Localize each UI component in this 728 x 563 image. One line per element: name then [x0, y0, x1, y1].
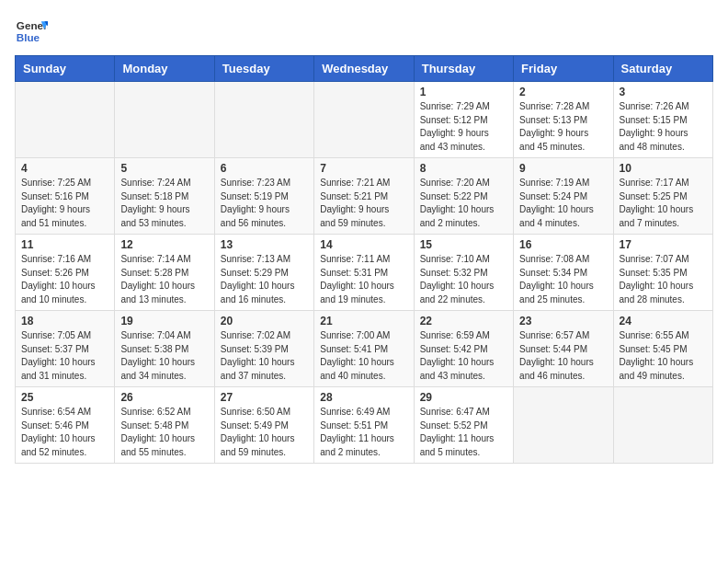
calendar-cell: 16Sunrise: 7:08 AM Sunset: 5:34 PM Dayli… [514, 235, 613, 311]
calendar-week-row: 25Sunrise: 6:54 AM Sunset: 5:46 PM Dayli… [16, 387, 713, 464]
day-number: 2 [519, 86, 607, 98]
calendar-cell [214, 82, 313, 158]
calendar-cell: 22Sunrise: 6:59 AM Sunset: 5:42 PM Dayli… [414, 311, 513, 387]
day-number: 4 [21, 162, 108, 175]
calendar-cell: 2Sunrise: 7:28 AM Sunset: 5:13 PM Daylig… [514, 82, 613, 158]
day-number: 15 [420, 238, 507, 251]
svg-text:Blue: Blue [17, 31, 40, 43]
day-number: 6 [221, 162, 308, 175]
calendar-cell [613, 387, 712, 464]
calendar-cell: 28Sunrise: 6:49 AM Sunset: 5:51 PM Dayli… [314, 387, 414, 464]
calendar-cell: 5Sunrise: 7:24 AM Sunset: 5:18 PM Daylig… [115, 158, 214, 235]
calendar-week-row: 18Sunrise: 7:05 AM Sunset: 5:37 PM Dayli… [16, 311, 713, 387]
logo: General Blue [15, 15, 51, 48]
day-number: 28 [320, 391, 407, 404]
day-number: 22 [420, 315, 507, 327]
day-number: 9 [519, 162, 607, 175]
day-info: Sunrise: 7:08 AM Sunset: 5:34 PM Dayligh… [519, 253, 607, 306]
day-number: 20 [221, 315, 308, 327]
calendar-cell: 4Sunrise: 7:25 AM Sunset: 5:16 PM Daylig… [16, 158, 115, 235]
calendar-week-row: 11Sunrise: 7:16 AM Sunset: 5:26 PM Dayli… [16, 235, 713, 311]
day-info: Sunrise: 7:23 AM Sunset: 5:19 PM Dayligh… [221, 177, 308, 230]
day-info: Sunrise: 7:28 AM Sunset: 5:13 PM Dayligh… [519, 100, 607, 154]
day-number: 24 [620, 315, 707, 327]
day-number: 8 [420, 162, 507, 175]
calendar-cell: 13Sunrise: 7:13 AM Sunset: 5:29 PM Dayli… [214, 235, 313, 311]
day-info: Sunrise: 7:00 AM Sunset: 5:41 PM Dayligh… [320, 329, 407, 383]
weekday-header: Sunday [16, 56, 115, 82]
day-info: Sunrise: 6:49 AM Sunset: 5:51 PM Dayligh… [320, 406, 407, 459]
day-info: Sunrise: 7:05 AM Sunset: 5:37 PM Dayligh… [21, 329, 108, 383]
day-number: 3 [620, 86, 707, 98]
day-number: 7 [320, 162, 407, 175]
logo-icon: General Blue [15, 15, 48, 48]
calendar-cell: 3Sunrise: 7:26 AM Sunset: 5:15 PM Daylig… [613, 82, 712, 158]
day-info: Sunrise: 6:54 AM Sunset: 5:46 PM Dayligh… [21, 406, 108, 459]
calendar-cell: 20Sunrise: 7:02 AM Sunset: 5:39 PM Dayli… [214, 311, 313, 387]
weekday-header: Thursday [414, 56, 513, 82]
calendar-cell: 26Sunrise: 6:52 AM Sunset: 5:48 PM Dayli… [115, 387, 214, 464]
day-number: 19 [120, 315, 208, 327]
day-number: 5 [120, 162, 208, 175]
calendar-cell: 8Sunrise: 7:20 AM Sunset: 5:22 PM Daylig… [414, 158, 513, 235]
day-info: Sunrise: 7:29 AM Sunset: 5:12 PM Dayligh… [420, 100, 507, 154]
day-number: 14 [320, 238, 407, 251]
page-header: General Blue [15, 15, 713, 48]
calendar-cell: 10Sunrise: 7:17 AM Sunset: 5:25 PM Dayli… [613, 158, 712, 235]
weekday-header: Saturday [613, 56, 712, 82]
calendar-cell: 29Sunrise: 6:47 AM Sunset: 5:52 PM Dayli… [414, 387, 513, 464]
calendar-cell: 17Sunrise: 7:07 AM Sunset: 5:35 PM Dayli… [613, 235, 712, 311]
day-info: Sunrise: 7:16 AM Sunset: 5:26 PM Dayligh… [21, 253, 108, 306]
day-number: 17 [620, 238, 707, 251]
day-number: 23 [519, 315, 607, 327]
weekday-header: Wednesday [314, 56, 414, 82]
day-info: Sunrise: 7:07 AM Sunset: 5:35 PM Dayligh… [620, 253, 707, 306]
day-number: 10 [620, 162, 707, 175]
day-number: 21 [320, 315, 407, 327]
calendar-cell: 27Sunrise: 6:50 AM Sunset: 5:49 PM Dayli… [214, 387, 313, 464]
day-number: 25 [21, 391, 108, 404]
day-info: Sunrise: 7:11 AM Sunset: 5:31 PM Dayligh… [320, 253, 407, 306]
calendar-week-row: 4Sunrise: 7:25 AM Sunset: 5:16 PM Daylig… [16, 158, 713, 235]
day-number: 1 [420, 86, 507, 98]
weekday-header: Monday [115, 56, 214, 82]
calendar-cell: 19Sunrise: 7:04 AM Sunset: 5:38 PM Dayli… [115, 311, 214, 387]
calendar-cell: 11Sunrise: 7:16 AM Sunset: 5:26 PM Dayli… [16, 235, 115, 311]
calendar-cell: 18Sunrise: 7:05 AM Sunset: 5:37 PM Dayli… [16, 311, 115, 387]
day-info: Sunrise: 6:47 AM Sunset: 5:52 PM Dayligh… [420, 406, 507, 459]
weekday-header: Friday [514, 56, 613, 82]
day-info: Sunrise: 6:55 AM Sunset: 5:45 PM Dayligh… [620, 329, 707, 383]
day-info: Sunrise: 7:26 AM Sunset: 5:15 PM Dayligh… [620, 100, 707, 154]
day-info: Sunrise: 7:24 AM Sunset: 5:18 PM Dayligh… [120, 177, 208, 230]
day-number: 12 [120, 238, 208, 251]
day-info: Sunrise: 7:17 AM Sunset: 5:25 PM Dayligh… [620, 177, 707, 230]
calendar-cell: 14Sunrise: 7:11 AM Sunset: 5:31 PM Dayli… [314, 235, 414, 311]
day-number: 16 [519, 238, 607, 251]
calendar-header-row: SundayMondayTuesdayWednesdayThursdayFrid… [16, 56, 713, 82]
day-info: Sunrise: 6:57 AM Sunset: 5:44 PM Dayligh… [519, 329, 607, 383]
day-info: Sunrise: 7:25 AM Sunset: 5:16 PM Dayligh… [21, 177, 108, 230]
calendar-cell: 21Sunrise: 7:00 AM Sunset: 5:41 PM Dayli… [314, 311, 414, 387]
day-number: 13 [221, 238, 308, 251]
day-info: Sunrise: 7:19 AM Sunset: 5:24 PM Dayligh… [519, 177, 607, 230]
calendar-cell [314, 82, 414, 158]
calendar-cell: 23Sunrise: 6:57 AM Sunset: 5:44 PM Dayli… [514, 311, 613, 387]
day-number: 27 [221, 391, 308, 404]
day-info: Sunrise: 7:21 AM Sunset: 5:21 PM Dayligh… [320, 177, 407, 230]
calendar-cell: 12Sunrise: 7:14 AM Sunset: 5:28 PM Dayli… [115, 235, 214, 311]
calendar-cell [514, 387, 613, 464]
day-number: 26 [120, 391, 208, 404]
day-number: 18 [21, 315, 108, 327]
calendar-cell [115, 82, 214, 158]
day-info: Sunrise: 7:14 AM Sunset: 5:28 PM Dayligh… [120, 253, 208, 306]
calendar-cell [16, 82, 115, 158]
calendar-cell: 1Sunrise: 7:29 AM Sunset: 5:12 PM Daylig… [414, 82, 513, 158]
calendar-week-row: 1Sunrise: 7:29 AM Sunset: 5:12 PM Daylig… [16, 82, 713, 158]
calendar-cell: 25Sunrise: 6:54 AM Sunset: 5:46 PM Dayli… [16, 387, 115, 464]
calendar-cell: 7Sunrise: 7:21 AM Sunset: 5:21 PM Daylig… [314, 158, 414, 235]
calendar-cell: 9Sunrise: 7:19 AM Sunset: 5:24 PM Daylig… [514, 158, 613, 235]
day-info: Sunrise: 6:59 AM Sunset: 5:42 PM Dayligh… [420, 329, 507, 383]
calendar-cell: 15Sunrise: 7:10 AM Sunset: 5:32 PM Dayli… [414, 235, 513, 311]
weekday-header: Tuesday [214, 56, 313, 82]
day-info: Sunrise: 7:10 AM Sunset: 5:32 PM Dayligh… [420, 253, 507, 306]
